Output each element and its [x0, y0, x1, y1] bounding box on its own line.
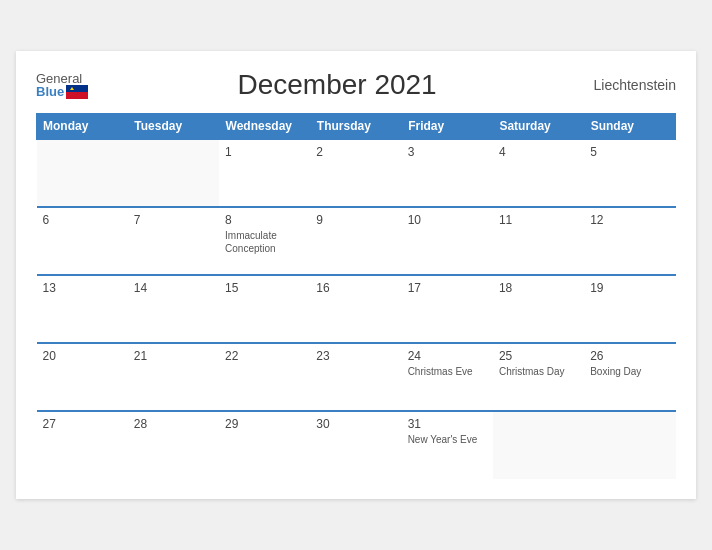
table-row: 22 — [219, 343, 310, 411]
table-row: 6 — [37, 207, 128, 275]
table-row: 14 — [128, 275, 219, 343]
table-row: 4 — [493, 139, 584, 207]
cell-date: 26 — [590, 349, 669, 363]
cell-date: 19 — [590, 281, 669, 295]
col-friday: Friday — [402, 114, 493, 140]
col-sunday: Sunday — [584, 114, 675, 140]
cell-event: New Year's Eve — [408, 433, 487, 446]
col-tuesday: Tuesday — [128, 114, 219, 140]
calendar-container: General Blue December 2021 Liechtenstein… — [16, 51, 696, 499]
cell-event: Immaculate Conception — [225, 229, 304, 255]
table-row: 21 — [128, 343, 219, 411]
table-row: 10 — [402, 207, 493, 275]
table-row: 13 — [37, 275, 128, 343]
cell-date: 20 — [43, 349, 122, 363]
table-row: 24Christmas Eve — [402, 343, 493, 411]
table-row: 16 — [310, 275, 401, 343]
col-thursday: Thursday — [310, 114, 401, 140]
table-row: 15 — [219, 275, 310, 343]
cell-date: 27 — [43, 417, 122, 431]
cell-date: 12 — [590, 213, 669, 227]
cell-event: Christmas Eve — [408, 365, 487, 378]
table-row — [37, 139, 128, 207]
table-row: 26Boxing Day — [584, 343, 675, 411]
cell-date: 1 — [225, 145, 304, 159]
cell-date: 10 — [408, 213, 487, 227]
table-row: 31New Year's Eve — [402, 411, 493, 479]
logo-flag-icon — [66, 85, 88, 99]
cell-event: Boxing Day — [590, 365, 669, 378]
table-row: 23 — [310, 343, 401, 411]
cell-date: 24 — [408, 349, 487, 363]
table-row — [584, 411, 675, 479]
logo-general-text: General — [36, 72, 88, 85]
calendar-week-row: 2021222324Christmas Eve25Christmas Day26… — [37, 343, 676, 411]
cell-date: 17 — [408, 281, 487, 295]
table-row: 5 — [584, 139, 675, 207]
table-row — [493, 411, 584, 479]
calendar-header-row: Monday Tuesday Wednesday Thursday Friday… — [37, 114, 676, 140]
cell-date: 2 — [316, 145, 395, 159]
cell-date: 5 — [590, 145, 669, 159]
logo-blue-text: Blue — [36, 85, 64, 98]
logo: General Blue — [36, 72, 88, 99]
calendar-week-row: 12345 — [37, 139, 676, 207]
calendar-header: General Blue December 2021 Liechtenstein — [36, 69, 676, 101]
cell-date: 31 — [408, 417, 487, 431]
table-row: 9 — [310, 207, 401, 275]
col-monday: Monday — [37, 114, 128, 140]
table-row: 17 — [402, 275, 493, 343]
country-label: Liechtenstein — [586, 77, 676, 93]
cell-date: 11 — [499, 213, 578, 227]
cell-event: Christmas Day — [499, 365, 578, 378]
table-row: 28 — [128, 411, 219, 479]
month-title: December 2021 — [88, 69, 586, 101]
calendar-table: Monday Tuesday Wednesday Thursday Friday… — [36, 113, 676, 479]
table-row: 11 — [493, 207, 584, 275]
cell-date: 23 — [316, 349, 395, 363]
cell-date: 4 — [499, 145, 578, 159]
cell-date: 8 — [225, 213, 304, 227]
svg-rect-0 — [66, 85, 88, 92]
cell-date: 7 — [134, 213, 213, 227]
calendar-week-row: 2728293031New Year's Eve — [37, 411, 676, 479]
cell-date: 6 — [43, 213, 122, 227]
table-row — [128, 139, 219, 207]
table-row: 1 — [219, 139, 310, 207]
table-row: 29 — [219, 411, 310, 479]
col-wednesday: Wednesday — [219, 114, 310, 140]
table-row: 3 — [402, 139, 493, 207]
svg-rect-1 — [66, 92, 88, 99]
table-row: 18 — [493, 275, 584, 343]
cell-date: 25 — [499, 349, 578, 363]
table-row: 30 — [310, 411, 401, 479]
cell-date: 13 — [43, 281, 122, 295]
cell-date: 21 — [134, 349, 213, 363]
table-row: 19 — [584, 275, 675, 343]
cell-date: 28 — [134, 417, 213, 431]
table-row: 27 — [37, 411, 128, 479]
cell-date: 15 — [225, 281, 304, 295]
calendar-week-row: 678Immaculate Conception9101112 — [37, 207, 676, 275]
table-row: 8Immaculate Conception — [219, 207, 310, 275]
cell-date: 14 — [134, 281, 213, 295]
table-row: 20 — [37, 343, 128, 411]
table-row: 25Christmas Day — [493, 343, 584, 411]
cell-date: 18 — [499, 281, 578, 295]
cell-date: 29 — [225, 417, 304, 431]
calendar-week-row: 13141516171819 — [37, 275, 676, 343]
table-row: 7 — [128, 207, 219, 275]
cell-date: 16 — [316, 281, 395, 295]
col-saturday: Saturday — [493, 114, 584, 140]
cell-date: 30 — [316, 417, 395, 431]
table-row: 12 — [584, 207, 675, 275]
table-row: 2 — [310, 139, 401, 207]
cell-date: 3 — [408, 145, 487, 159]
cell-date: 9 — [316, 213, 395, 227]
cell-date: 22 — [225, 349, 304, 363]
